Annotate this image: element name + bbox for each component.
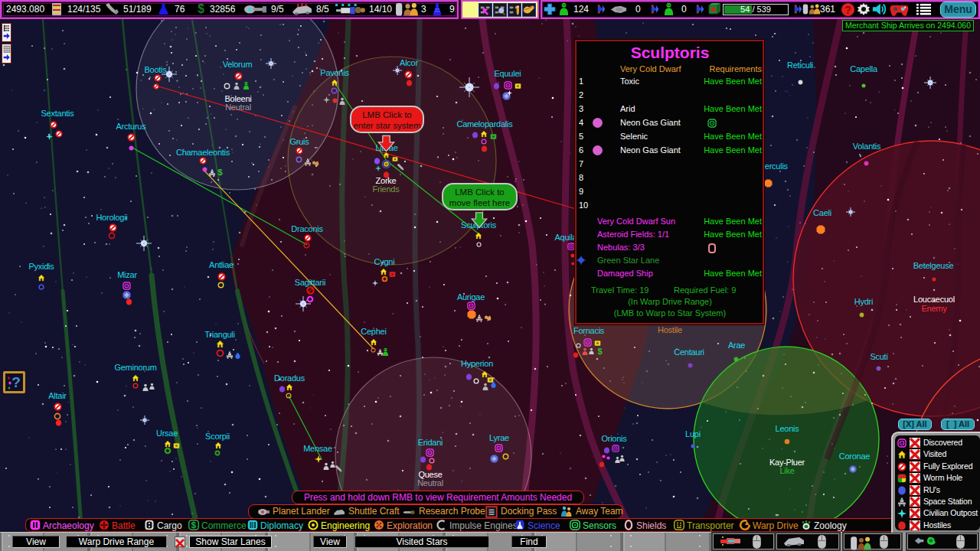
svg-text:?: ?: [11, 374, 21, 390]
svg-text:$: $: [198, 2, 204, 15]
svg-text:?: ?: [844, 4, 851, 16]
